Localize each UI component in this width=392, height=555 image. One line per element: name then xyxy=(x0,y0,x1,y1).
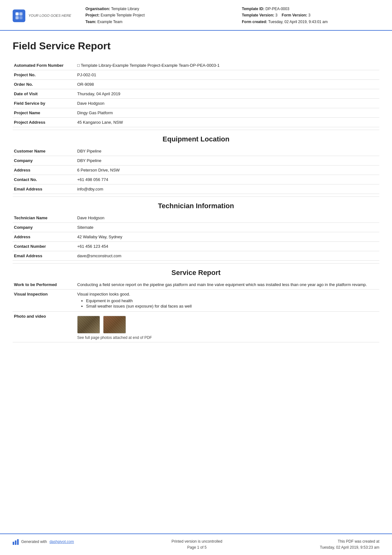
team-line: Team: Example Team xyxy=(85,19,223,25)
table-row: Project No.PJ-002-01 xyxy=(13,70,379,80)
header-meta-right: Template ID: DP-PEA-0003 Template Versio… xyxy=(242,6,380,25)
photo-caption: See full page photos attached at end of … xyxy=(77,335,377,340)
list-item: Small weather issues (sun exposure) for … xyxy=(86,304,377,309)
field-value: OR-9098 xyxy=(76,80,379,89)
footer-left: Generated with dashpivot.com xyxy=(13,539,74,545)
list-item: Equipment in good health xyxy=(86,298,377,303)
bullet-list: Equipment in good healthSmall weather is… xyxy=(77,298,377,309)
table-row: CompanyDBY Pipeline xyxy=(13,156,379,165)
field-value: See full page photos attached at end of … xyxy=(76,312,379,342)
field-label: Visual Inspection xyxy=(13,290,76,312)
field-label: Order No. xyxy=(13,80,76,89)
table-row: Order No.OR-9098 xyxy=(13,80,379,89)
svg-rect-1 xyxy=(19,12,22,16)
field-value: Thursday, 04 April 2019 xyxy=(76,89,379,99)
table-row: Email Addressinfo@dby.com xyxy=(13,184,379,194)
header: YOUR LOGO GOES HERE Organisation: Templa… xyxy=(0,0,392,31)
field-value: +61 498 056 774 xyxy=(76,175,379,184)
field-label: Work to be Performed xyxy=(13,280,76,290)
field-value: Visual inspection looks good.Equipment i… xyxy=(76,290,379,312)
field-value: dave@smconstruct.com xyxy=(76,251,379,261)
table-row: Email Addressdave@smconstruct.com xyxy=(13,251,379,261)
field-value: +61 456 123 454 xyxy=(76,242,379,251)
table-row: Date of VisitThursday, 04 April 2019 xyxy=(13,89,379,99)
logo-text: YOUR LOGO GOES HERE xyxy=(28,13,71,18)
page-title: Field Service Report xyxy=(13,40,379,54)
photo-thumbnail-1 xyxy=(77,316,100,334)
field-label: Project Address xyxy=(13,118,76,127)
header-meta: Organisation: Template Library Project: … xyxy=(76,6,379,26)
footer-pdf-created-date: Tuesday, 02 April 2019, 9:53:23 am xyxy=(320,545,379,551)
field-label: Company xyxy=(13,156,76,165)
header-meta-left: Organisation: Template Library Project: … xyxy=(85,6,223,25)
field-value: Sitemate xyxy=(76,223,379,232)
field-value: Conducting a field service report on the… xyxy=(76,280,379,290)
field-label: Technician Name xyxy=(13,213,76,223)
field-value: DBY Pipeline xyxy=(76,147,379,156)
section-heading-service: Service Report xyxy=(13,263,379,280)
field-label: Automated Form Number xyxy=(13,61,76,70)
field-value: DBY Pipeline xyxy=(76,156,379,165)
field-label: Email Address xyxy=(13,184,76,194)
field-label: Project No. xyxy=(13,70,76,80)
table-row: Customer NameDBY Pipeline xyxy=(13,147,379,156)
field-label: Contact No. xyxy=(13,175,76,184)
project-line: Project: Example Template Project xyxy=(85,12,223,18)
page: YOUR LOGO GOES HERE Organisation: Templa… xyxy=(0,0,392,555)
table-row: Project NameDingy Gas Platform xyxy=(13,108,379,118)
field-value: □ Template Library-Example Template Proj… xyxy=(76,61,379,70)
svg-rect-3 xyxy=(19,16,22,19)
field-label: Project Name xyxy=(13,108,76,118)
footer: Generated with dashpivot.com Printed ver… xyxy=(0,533,392,555)
section-heading-technician: Technician Information xyxy=(13,196,379,213)
svg-rect-0 xyxy=(16,12,19,16)
org-line: Organisation: Template Library xyxy=(85,6,223,12)
footer-right: This PDF was created at Tuesday, 02 Apri… xyxy=(320,539,379,551)
table-row: Contact Number+61 456 123 454 xyxy=(13,242,379,251)
footer-uncontrolled: Printed version is uncontrolled xyxy=(171,539,222,545)
footer-center: Printed version is uncontrolled Page 1 o… xyxy=(171,539,222,551)
field-label: Contact Number xyxy=(13,242,76,251)
field-value: 42 Wallaby Way, Sydney xyxy=(76,232,379,242)
field-label: Date of Visit xyxy=(13,89,76,99)
field-label: Customer Name xyxy=(13,147,76,156)
logo-icon xyxy=(13,9,25,22)
logo-box: YOUR LOGO GOES HERE xyxy=(13,9,76,22)
footer-logo-icon xyxy=(13,539,19,545)
table-row: Visual InspectionVisual inspection looks… xyxy=(13,290,379,312)
footer-bar-3 xyxy=(17,539,19,545)
table-row: Work to be PerformedConducting a field s… xyxy=(13,280,379,290)
table-row: Address42 Wallaby Way, Sydney xyxy=(13,232,379,242)
footer-bar-2 xyxy=(15,540,16,545)
field-value: Dave Hodgson xyxy=(76,99,379,108)
field-value: 6 Peterson Drive, NSW xyxy=(76,165,379,175)
footer-pdf-created-label: This PDF was created at xyxy=(320,539,379,545)
field-value: info@dby.com xyxy=(76,184,379,194)
field-label: Company xyxy=(13,223,76,232)
field-label: Address xyxy=(13,232,76,242)
section-heading-equipment: Equipment Location xyxy=(13,130,379,147)
template-id-line: Template ID: DP-PEA-0003 xyxy=(242,6,380,12)
field-label: Field Service by xyxy=(13,99,76,108)
photo-thumbnail-2 xyxy=(103,316,126,334)
field-value: 45 Kangaroo Lane, NSW xyxy=(76,118,379,127)
svg-rect-2 xyxy=(16,16,19,19)
table-row: Address6 Peterson Drive, NSW xyxy=(13,165,379,175)
table-row: Field Service byDave Hodgson xyxy=(13,99,379,108)
field-label: Address xyxy=(13,165,76,175)
table-row: Project Address45 Kangaroo Lane, NSW xyxy=(13,118,379,127)
field-label: Photo and video xyxy=(13,312,76,342)
table-row: Contact No.+61 498 056 774 xyxy=(13,175,379,184)
photo-row xyxy=(77,316,377,334)
table-row: Automated Form Number□ Template Library-… xyxy=(13,61,379,70)
field-value: Dave Hodgson xyxy=(76,213,379,223)
technician-fields-table: Technician NameDave HodgsonCompanySitema… xyxy=(13,213,379,261)
form-fields-table: Automated Form Number□ Template Library-… xyxy=(13,61,379,127)
footer-page-number: Page 1 of 5 xyxy=(171,545,222,551)
footer-link[interactable]: dashpivot.com xyxy=(49,539,74,544)
table-row: Photo and videoSee full page photos atta… xyxy=(13,312,379,342)
field-value: PJ-002-01 xyxy=(76,70,379,80)
footer-bar-1 xyxy=(13,542,14,545)
footer-generated-text: Generated with xyxy=(21,539,47,544)
equipment-fields-table: Customer NameDBY PipelineCompanyDBY Pipe… xyxy=(13,147,379,194)
